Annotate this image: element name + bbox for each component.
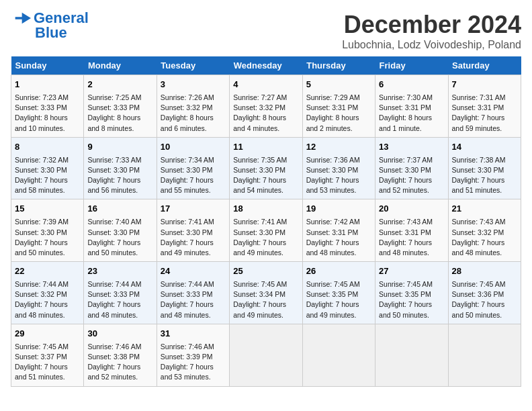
day-number: 9 <box>87 141 152 154</box>
dow-monday: Monday <box>84 56 157 75</box>
cell-info: Sunrise: 7:45 AM Sunset: 3:36 PM Dayligh… <box>452 279 517 320</box>
dow-sunday: Sunday <box>11 56 84 75</box>
calendar-cell: 5Sunrise: 7:29 AM Sunset: 3:31 PM Daylig… <box>302 75 375 138</box>
calendar-cell <box>302 324 375 386</box>
calendar-cell: 24Sunrise: 7:44 AM Sunset: 3:33 PM Dayli… <box>157 262 229 324</box>
calendar-cell <box>230 324 302 386</box>
day-number: 10 <box>161 141 226 154</box>
day-number: 21 <box>452 203 517 216</box>
calendar-cell <box>448 324 521 386</box>
dow-thursday: Thursday <box>302 56 375 75</box>
calendar-cell: 15Sunrise: 7:39 AM Sunset: 3:30 PM Dayli… <box>11 199 84 262</box>
calendar-cell: 3Sunrise: 7:26 AM Sunset: 3:32 PM Daylig… <box>157 75 229 138</box>
day-number: 2 <box>87 79 152 91</box>
cell-info: Sunrise: 7:33 AM Sunset: 3:30 PM Dayligh… <box>87 155 152 196</box>
calendar-cell: 30Sunrise: 7:46 AM Sunset: 3:38 PM Dayli… <box>84 324 157 386</box>
cell-info: Sunrise: 7:43 AM Sunset: 3:32 PM Dayligh… <box>452 217 517 258</box>
cell-info: Sunrise: 7:35 AM Sunset: 3:30 PM Dayligh… <box>233 155 298 196</box>
day-number: 11 <box>233 141 298 154</box>
calendar-cell: 1Sunrise: 7:23 AM Sunset: 3:33 PM Daylig… <box>11 75 84 138</box>
cell-info: Sunrise: 7:38 AM Sunset: 3:30 PM Dayligh… <box>452 155 517 196</box>
dow-wednesday: Wednesday <box>230 56 302 75</box>
cell-info: Sunrise: 7:32 AM Sunset: 3:30 PM Dayligh… <box>15 155 80 196</box>
day-number: 17 <box>161 203 226 216</box>
cell-info: Sunrise: 7:46 AM Sunset: 3:39 PM Dayligh… <box>161 342 226 383</box>
calendar-cell: 25Sunrise: 7:45 AM Sunset: 3:34 PM Dayli… <box>230 262 302 324</box>
calendar-cell: 29Sunrise: 7:45 AM Sunset: 3:37 PM Dayli… <box>11 324 84 386</box>
calendar-cell: 27Sunrise: 7:45 AM Sunset: 3:35 PM Dayli… <box>375 262 448 324</box>
calendar-table: SundayMondayTuesdayWednesdayThursdayFrid… <box>11 56 521 387</box>
cell-info: Sunrise: 7:30 AM Sunset: 3:31 PM Dayligh… <box>379 93 444 134</box>
header: General Blue December 2024 Lubochnia, Lo… <box>11 11 521 51</box>
day-number: 29 <box>15 328 80 340</box>
cell-info: Sunrise: 7:44 AM Sunset: 3:33 PM Dayligh… <box>161 279 226 320</box>
cell-info: Sunrise: 7:41 AM Sunset: 3:30 PM Dayligh… <box>161 217 226 258</box>
day-number: 14 <box>452 141 517 154</box>
calendar-cell: 7Sunrise: 7:31 AM Sunset: 3:31 PM Daylig… <box>448 75 521 138</box>
calendar-cell: 28Sunrise: 7:45 AM Sunset: 3:36 PM Dayli… <box>448 262 521 324</box>
day-number: 27 <box>379 265 444 278</box>
calendar-cell: 22Sunrise: 7:44 AM Sunset: 3:32 PM Dayli… <box>11 262 84 324</box>
week-row: 8Sunrise: 7:32 AM Sunset: 3:30 PM Daylig… <box>11 137 521 199</box>
calendar-cell: 10Sunrise: 7:34 AM Sunset: 3:30 PM Dayli… <box>157 137 229 199</box>
logo-text: General <box>34 11 89 26</box>
day-number: 12 <box>306 141 371 154</box>
cell-info: Sunrise: 7:43 AM Sunset: 3:31 PM Dayligh… <box>379 217 444 258</box>
day-number: 13 <box>379 141 444 154</box>
cell-info: Sunrise: 7:31 AM Sunset: 3:31 PM Dayligh… <box>452 93 517 134</box>
logo: General Blue <box>11 11 89 40</box>
cell-info: Sunrise: 7:44 AM Sunset: 3:32 PM Dayligh… <box>15 279 80 320</box>
calendar-cell: 2Sunrise: 7:25 AM Sunset: 3:33 PM Daylig… <box>84 75 157 138</box>
calendar-cell: 21Sunrise: 7:43 AM Sunset: 3:32 PM Dayli… <box>448 199 521 262</box>
svg-marker-0 <box>15 13 31 24</box>
calendar-cell: 9Sunrise: 7:33 AM Sunset: 3:30 PM Daylig… <box>84 137 157 199</box>
calendar-cell: 17Sunrise: 7:41 AM Sunset: 3:30 PM Dayli… <box>157 199 229 262</box>
calendar-cell: 12Sunrise: 7:36 AM Sunset: 3:30 PM Dayli… <box>302 137 375 199</box>
cell-info: Sunrise: 7:36 AM Sunset: 3:30 PM Dayligh… <box>306 155 371 196</box>
calendar-body: 1Sunrise: 7:23 AM Sunset: 3:33 PM Daylig… <box>11 75 521 387</box>
day-number: 1 <box>15 79 80 91</box>
day-number: 4 <box>233 79 298 91</box>
cell-info: Sunrise: 7:23 AM Sunset: 3:33 PM Dayligh… <box>15 93 80 134</box>
dow-saturday: Saturday <box>448 56 521 75</box>
cell-info: Sunrise: 7:45 AM Sunset: 3:35 PM Dayligh… <box>306 279 371 320</box>
day-number: 31 <box>161 328 226 340</box>
calendar-cell: 31Sunrise: 7:46 AM Sunset: 3:39 PM Dayli… <box>157 324 229 386</box>
day-number: 23 <box>87 265 152 278</box>
cell-info: Sunrise: 7:41 AM Sunset: 3:30 PM Dayligh… <box>233 217 298 258</box>
day-number: 8 <box>15 141 80 154</box>
cell-info: Sunrise: 7:39 AM Sunset: 3:30 PM Dayligh… <box>15 217 80 258</box>
cell-info: Sunrise: 7:46 AM Sunset: 3:38 PM Dayligh… <box>87 342 152 383</box>
calendar-cell: 6Sunrise: 7:30 AM Sunset: 3:31 PM Daylig… <box>375 75 448 138</box>
calendar-cell: 14Sunrise: 7:38 AM Sunset: 3:30 PM Dayli… <box>448 137 521 199</box>
calendar-cell: 8Sunrise: 7:32 AM Sunset: 3:30 PM Daylig… <box>11 137 84 199</box>
cell-info: Sunrise: 7:26 AM Sunset: 3:32 PM Dayligh… <box>161 93 226 134</box>
day-number: 6 <box>379 79 444 91</box>
logo-text2: Blue <box>35 26 67 40</box>
cell-info: Sunrise: 7:29 AM Sunset: 3:31 PM Dayligh… <box>306 93 371 134</box>
calendar-cell <box>375 324 448 386</box>
day-number: 20 <box>379 203 444 216</box>
cell-info: Sunrise: 7:25 AM Sunset: 3:33 PM Dayligh… <box>87 93 152 134</box>
day-number: 5 <box>306 79 371 91</box>
cell-info: Sunrise: 7:40 AM Sunset: 3:30 PM Dayligh… <box>87 217 152 258</box>
day-number: 30 <box>87 328 152 340</box>
day-number: 18 <box>233 203 298 216</box>
cell-info: Sunrise: 7:37 AM Sunset: 3:30 PM Dayligh… <box>379 155 444 196</box>
cell-info: Sunrise: 7:27 AM Sunset: 3:32 PM Dayligh… <box>233 93 298 134</box>
week-row: 22Sunrise: 7:44 AM Sunset: 3:32 PM Dayli… <box>11 262 521 324</box>
title-area: December 2024 Lubochnia, Lodz Voivodeshi… <box>342 11 521 51</box>
day-number: 26 <box>306 265 371 278</box>
day-number: 16 <box>87 203 152 216</box>
day-number: 3 <box>161 79 226 91</box>
cell-info: Sunrise: 7:34 AM Sunset: 3:30 PM Dayligh… <box>161 155 226 196</box>
day-number: 19 <box>306 203 371 216</box>
day-number: 28 <box>452 265 517 278</box>
calendar-cell: 20Sunrise: 7:43 AM Sunset: 3:31 PM Dayli… <box>375 199 448 262</box>
dow-tuesday: Tuesday <box>157 56 229 75</box>
dow-friday: Friday <box>375 56 448 75</box>
day-number: 7 <box>452 79 517 91</box>
cell-info: Sunrise: 7:45 AM Sunset: 3:34 PM Dayligh… <box>233 279 298 320</box>
calendar-cell: 23Sunrise: 7:44 AM Sunset: 3:33 PM Dayli… <box>84 262 157 324</box>
page-title: December 2024 <box>342 11 521 39</box>
